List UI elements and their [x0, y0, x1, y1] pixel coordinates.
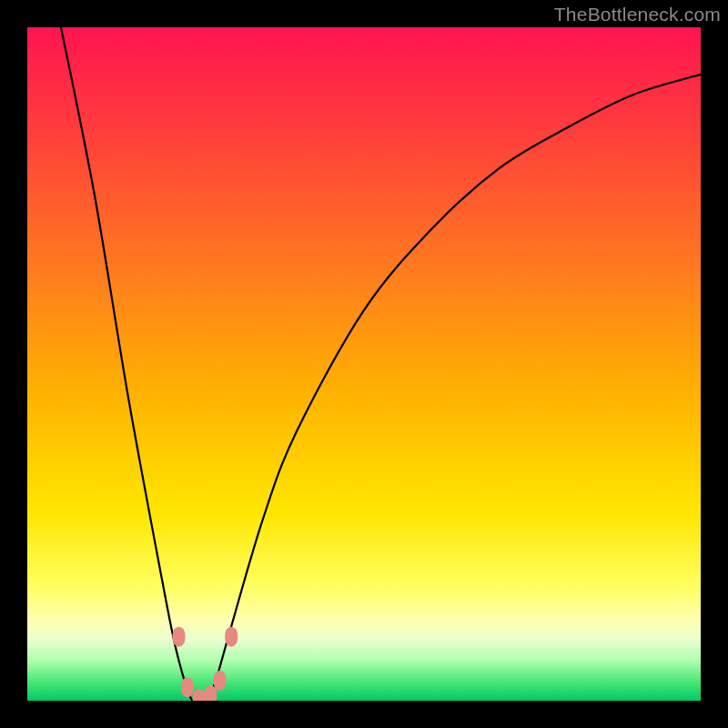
chart-frame: TheBottleneck.com [0, 0, 728, 728]
plot-area [27, 27, 701, 701]
curve-marker [225, 627, 238, 647]
curve-marker [204, 685, 217, 701]
curve-marker [214, 671, 227, 691]
watermark-text: TheBottleneck.com [554, 4, 721, 25]
curve-markers [173, 627, 238, 701]
curve-marker [193, 689, 206, 701]
curve-marker [173, 627, 186, 647]
curve-layer [27, 27, 701, 701]
bottleneck-curve [61, 27, 701, 701]
curve-marker [181, 677, 194, 697]
